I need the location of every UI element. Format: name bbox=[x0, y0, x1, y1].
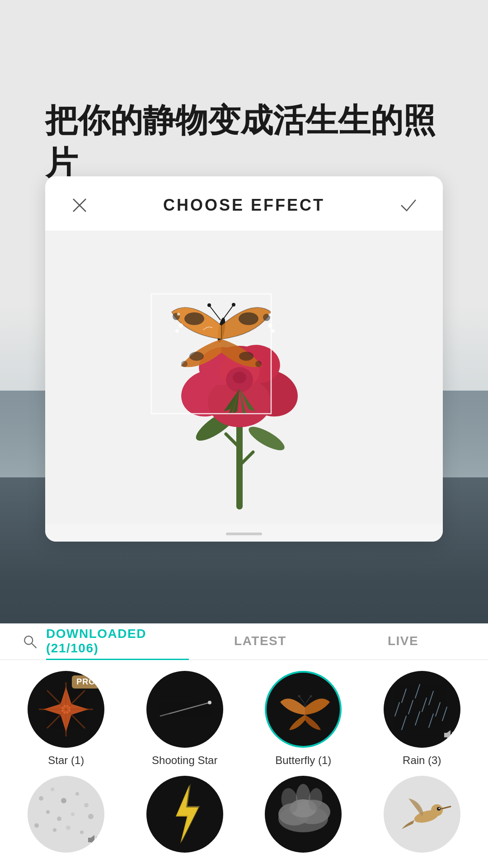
svg-point-58 bbox=[310, 695, 312, 698]
svg-line-52 bbox=[169, 703, 210, 714]
svg-point-75 bbox=[46, 810, 50, 814]
image-preview bbox=[45, 231, 443, 524]
effect-thumb-lightning bbox=[146, 776, 223, 853]
svg-point-78 bbox=[88, 814, 94, 819]
svg-point-96 bbox=[438, 808, 440, 809]
svg-point-81 bbox=[66, 826, 70, 830]
effect-thumb-bird bbox=[384, 776, 460, 853]
svg-point-29 bbox=[181, 361, 188, 367]
effect-thumb-rain bbox=[384, 671, 460, 748]
effect-star[interactable]: PRO Star (1) bbox=[9, 671, 123, 767]
effect-label-shooting-star: Shooting Star bbox=[152, 754, 217, 767]
svg-point-56 bbox=[298, 695, 300, 698]
modal-header: CHOOSE EFFECT bbox=[45, 176, 443, 231]
svg-point-39 bbox=[207, 303, 211, 307]
tab-live[interactable]: LIVE bbox=[332, 624, 474, 660]
svg-point-30 bbox=[239, 352, 253, 361]
effects-grid: PRO Star (1) bbox=[0, 660, 488, 859]
close-button[interactable] bbox=[67, 193, 92, 218]
effect-lightning[interactable] bbox=[128, 776, 242, 859]
effect-thumb-star: PRO bbox=[28, 671, 104, 748]
effect-thumb-firefly bbox=[28, 776, 104, 853]
effect-label-butterfly: Butterfly (1) bbox=[275, 754, 331, 767]
svg-point-26 bbox=[239, 312, 258, 325]
svg-line-64 bbox=[422, 698, 427, 712]
svg-point-72 bbox=[61, 798, 66, 803]
svg-line-63 bbox=[408, 700, 413, 714]
svg-line-59 bbox=[402, 689, 406, 703]
effect-label-star: Star (1) bbox=[48, 754, 84, 767]
effect-thumb-cloud bbox=[265, 776, 342, 853]
svg-point-74 bbox=[84, 803, 89, 807]
svg-line-61 bbox=[429, 691, 433, 705]
svg-point-73 bbox=[75, 792, 79, 796]
svg-point-43 bbox=[24, 636, 33, 644]
svg-line-55 bbox=[300, 697, 304, 703]
modal-title: CHOOSE EFFECT bbox=[163, 196, 325, 215]
confirm-button[interactable] bbox=[396, 193, 421, 218]
svg-point-36 bbox=[177, 313, 180, 316]
effect-shooting-star[interactable]: Shooting Star bbox=[128, 671, 242, 767]
headline: 把你的静物变成活生生的照片 bbox=[45, 99, 443, 184]
effect-thumb-shooting-star bbox=[146, 671, 223, 748]
svg-point-32 bbox=[178, 323, 183, 328]
svg-line-57 bbox=[306, 697, 310, 703]
svg-line-65 bbox=[436, 703, 440, 716]
svg-point-53 bbox=[208, 701, 211, 704]
tab-latest[interactable]: LATEST bbox=[189, 624, 332, 660]
svg-point-28 bbox=[189, 352, 204, 361]
svg-point-31 bbox=[255, 361, 262, 367]
effect-bird[interactable] bbox=[365, 776, 479, 859]
svg-point-76 bbox=[57, 816, 61, 821]
svg-line-44 bbox=[32, 644, 37, 648]
svg-point-70 bbox=[39, 796, 43, 801]
drag-handle[interactable] bbox=[45, 524, 443, 542]
svg-point-71 bbox=[51, 788, 54, 791]
tab-downloaded[interactable]: DOWNLOADED (21/106) bbox=[46, 624, 189, 660]
effects-tabs: DOWNLOADED (21/106) LATEST LIVE bbox=[0, 623, 488, 660]
svg-point-24 bbox=[184, 312, 204, 325]
search-button[interactable] bbox=[14, 623, 46, 660]
drag-bar bbox=[226, 533, 262, 535]
effect-label-rain: Rain (3) bbox=[403, 754, 441, 767]
svg-point-82 bbox=[80, 830, 84, 834]
svg-line-68 bbox=[429, 714, 433, 727]
svg-point-41 bbox=[232, 303, 235, 307]
effect-thumb-butterfly bbox=[265, 671, 342, 748]
effect-cloud[interactable] bbox=[246, 776, 361, 859]
sound-icon-rain bbox=[441, 728, 455, 742]
svg-line-60 bbox=[415, 684, 420, 698]
sound-icon-firefly bbox=[84, 833, 99, 847]
svg-point-33 bbox=[175, 329, 179, 333]
modal-card: CHOOSE EFFECT bbox=[45, 176, 443, 542]
svg-point-34 bbox=[268, 323, 272, 328]
svg-line-69 bbox=[442, 707, 447, 721]
svg-point-93 bbox=[431, 804, 443, 816]
svg-point-17 bbox=[233, 372, 246, 383]
svg-line-66 bbox=[402, 716, 406, 730]
svg-line-94 bbox=[441, 807, 450, 809]
svg-marker-84 bbox=[177, 783, 200, 842]
svg-line-62 bbox=[395, 703, 399, 716]
svg-point-90 bbox=[296, 784, 310, 811]
svg-point-77 bbox=[71, 812, 75, 816]
svg-line-67 bbox=[415, 712, 420, 725]
svg-point-79 bbox=[34, 823, 39, 828]
photo-scene bbox=[45, 231, 443, 524]
svg-point-80 bbox=[53, 828, 56, 832]
effect-rain[interactable]: Rain (3) bbox=[365, 671, 479, 767]
effect-firefly[interactable] bbox=[9, 776, 123, 859]
effects-sheet: DOWNLOADED (21/106) LATEST LIVE PRO bbox=[0, 623, 488, 868]
effect-butterfly[interactable]: Butterfly (1) bbox=[246, 671, 361, 767]
